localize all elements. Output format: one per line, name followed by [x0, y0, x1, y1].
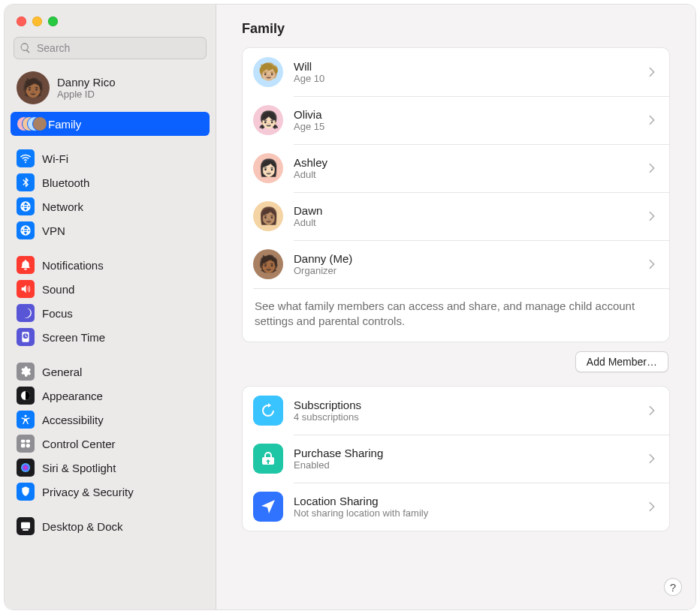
member-name: Danny (Me) — [294, 252, 638, 265]
sidebar-item-label: Desktop & Dock — [42, 520, 123, 533]
screen-time-icon — [17, 328, 35, 346]
chevron-right-icon — [648, 163, 659, 173]
family-member-row[interactable]: 👧🏻OliviaAge 15 — [243, 96, 669, 144]
sidebar-item-label: Bluetooth — [42, 176, 89, 189]
chevron-right-icon — [648, 211, 659, 221]
feature-row-subscriptions[interactable]: Subscriptions4 subscriptions — [243, 387, 669, 435]
minimize-window-button[interactable] — [32, 17, 42, 26]
sidebar-item-vpn[interactable]: VPN — [11, 218, 210, 242]
chevron-right-icon — [648, 405, 659, 416]
add-member-row: Add Member… — [242, 342, 670, 386]
family-member-row[interactable]: 🧒🏼WillAge 10 — [243, 48, 669, 96]
svg-rect-3 — [26, 440, 30, 443]
sidebar-item-label: Wi-Fi — [42, 152, 68, 165]
vpn-icon — [17, 221, 35, 239]
search-input[interactable] — [14, 37, 207, 59]
window-controls — [5, 14, 216, 37]
svg-rect-2 — [21, 440, 25, 443]
members-footer-text: See what family members can access and s… — [243, 288, 669, 342]
svg-point-1 — [25, 415, 27, 417]
feature-title: Subscriptions — [294, 399, 638, 411]
feature-subtitle: Not sharing location with family — [294, 507, 638, 519]
sidebar-item-siri-spotlight[interactable]: Siri & Spotlight — [11, 456, 210, 480]
family-avatars-icon — [17, 115, 41, 133]
chevron-right-icon — [648, 453, 659, 464]
appearance-icon — [17, 387, 35, 405]
member-name: Will — [294, 60, 638, 73]
sidebar-item-family[interactable]: Family — [11, 112, 210, 136]
sound-icon — [17, 280, 35, 298]
zoom-window-button[interactable] — [48, 17, 58, 26]
page-title: Family — [216, 5, 695, 47]
family-member-row[interactable]: 🧑🏾Danny (Me)Organizer — [243, 240, 669, 288]
family-member-row[interactable]: 👩🏽DawnAdult — [243, 192, 669, 240]
network-icon — [17, 197, 35, 215]
sidebar-account[interactable]: 🧑🏾 Danny Rico Apple ID — [5, 67, 216, 112]
sidebar: 🧑🏾 Danny Rico Apple ID Family Wi-FiBluet… — [5, 5, 216, 609]
member-avatar: 🧑🏾 — [253, 249, 283, 279]
member-avatar: 👩🏻 — [253, 153, 283, 183]
account-avatar: 🧑🏾 — [17, 71, 50, 104]
member-avatar: 👧🏻 — [253, 105, 283, 135]
sidebar-item-appearance[interactable]: Appearance — [11, 384, 210, 408]
svg-rect-5 — [26, 444, 30, 447]
feature-subtitle: 4 subscriptions — [294, 411, 638, 423]
member-subtitle: Organizer — [294, 265, 638, 276]
family-member-row[interactable]: 👩🏻AshleyAdult — [243, 144, 669, 192]
sidebar-item-label: Accessibility — [42, 414, 104, 426]
sidebar-item-label: Screen Time — [42, 331, 105, 344]
sidebar-item-label: Network — [42, 200, 83, 213]
svg-rect-4 — [21, 444, 25, 447]
account-subtitle: Apple ID — [57, 89, 116, 100]
sidebar-item-network[interactable]: Network — [11, 194, 210, 218]
settings-window: 🧑🏾 Danny Rico Apple ID Family Wi-FiBluet… — [5, 5, 695, 609]
sidebar-item-label: General — [42, 366, 82, 378]
sidebar-item-desktop-dock[interactable]: Desktop & Dock — [11, 514, 210, 538]
member-name: Ashley — [294, 156, 638, 169]
chevron-right-icon — [648, 67, 659, 77]
sidebar-item-label: Notifications — [42, 259, 104, 272]
search-icon — [20, 42, 32, 54]
account-name: Danny Rico — [57, 76, 116, 89]
sidebar-item-label: Control Center — [42, 438, 116, 450]
sidebar-item-general[interactable]: General — [11, 360, 210, 384]
svg-rect-7 — [21, 522, 30, 529]
member-avatar: 👩🏽 — [253, 201, 283, 231]
location-sharing-icon — [253, 492, 283, 522]
member-subtitle: Adult — [294, 169, 638, 180]
sidebar-item-focus[interactable]: Focus — [11, 301, 210, 325]
member-subtitle: Adult — [294, 217, 638, 228]
privacy-security-icon — [17, 483, 35, 501]
subscriptions-icon — [253, 396, 283, 426]
general-icon — [17, 363, 35, 381]
sidebar-scroll: Family Wi-FiBluetoothNetworkVPNNotificat… — [5, 112, 216, 609]
focus-icon — [17, 304, 35, 322]
sidebar-item-label: Family — [48, 118, 81, 131]
svg-point-6 — [21, 463, 30, 472]
family-features-panel: Subscriptions4 subscriptionsPurchase Sha… — [242, 386, 670, 531]
notifications-icon — [17, 256, 35, 274]
sidebar-item-accessibility[interactable]: Accessibility — [11, 408, 210, 432]
sidebar-item-screen-time[interactable]: Screen Time — [11, 325, 210, 349]
sidebar-item-label: Privacy & Security — [42, 486, 134, 498]
sidebar-item-privacy-security[interactable]: Privacy & Security — [11, 480, 210, 504]
member-subtitle: Age 10 — [294, 73, 638, 84]
sidebar-item-bluetooth[interactable]: Bluetooth — [11, 170, 210, 194]
close-window-button[interactable] — [17, 17, 26, 26]
sidebar-item-control-center[interactable]: Control Center — [11, 432, 210, 456]
member-name: Olivia — [294, 108, 638, 121]
sidebar-item-label: Siri & Spotlight — [42, 462, 116, 474]
add-member-button[interactable]: Add Member… — [575, 351, 668, 372]
sidebar-item-notifications[interactable]: Notifications — [11, 253, 210, 277]
feature-row-purchase-sharing[interactable]: Purchase SharingEnabled — [243, 435, 669, 483]
desktop-dock-icon — [17, 517, 35, 535]
help-button[interactable]: ? — [664, 578, 682, 596]
chevron-right-icon — [648, 501, 659, 512]
sidebar-item-sound[interactable]: Sound — [11, 277, 210, 301]
feature-row-location-sharing[interactable]: Location SharingNot sharing location wit… — [243, 483, 669, 531]
sidebar-item-wi-fi[interactable]: Wi-Fi — [11, 146, 210, 170]
feature-title: Location Sharing — [294, 495, 638, 507]
member-subtitle: Age 15 — [294, 121, 638, 132]
chevron-right-icon — [648, 259, 659, 269]
feature-subtitle: Enabled — [294, 459, 638, 471]
